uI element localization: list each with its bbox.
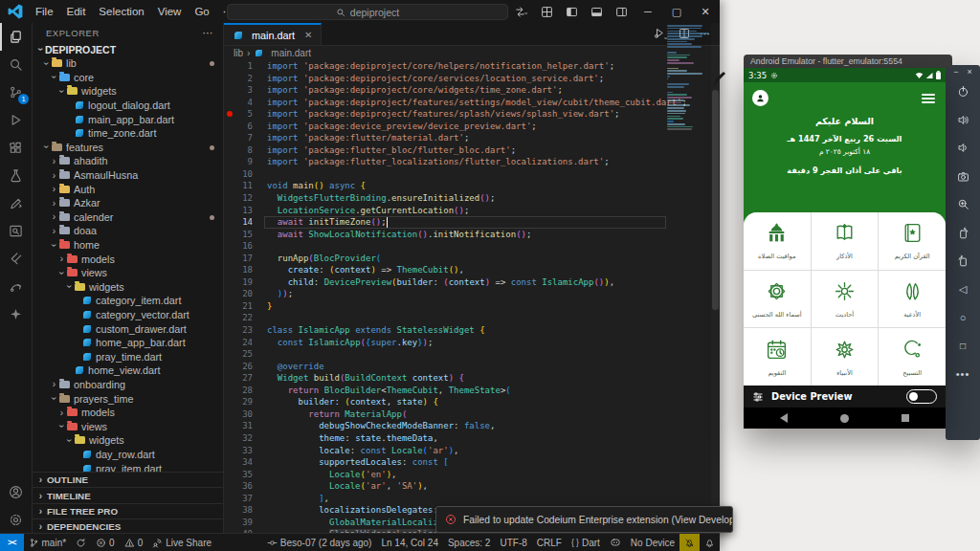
tree-folder[interactable]: ›home xyxy=(33,238,223,253)
editor-scrollbar[interactable] xyxy=(711,23,720,534)
statusbar-copilot[interactable] xyxy=(605,534,626,551)
code-line[interactable]: 7import 'package:flutter/material.dart'; xyxy=(224,132,720,144)
statusbar-branch[interactable]: main* xyxy=(24,534,72,551)
tree-file[interactable]: pray_time.dart xyxy=(33,349,223,364)
activity-extensions-icon[interactable] xyxy=(0,134,32,162)
activity-search-panel-icon[interactable] xyxy=(0,217,32,245)
statusbar-commit[interactable]: Beso-07 (2 days ago) xyxy=(262,534,377,551)
code-line[interactable]: 32 theme: state.themeData, xyxy=(224,432,720,445)
tree-file[interactable]: custom_drawer.dart xyxy=(33,321,223,336)
statusbar-ln-14-col-24[interactable]: Ln 14, Col 24 xyxy=(376,534,443,551)
tree-folder[interactable]: ›calender xyxy=(33,210,223,225)
activity-settings-icon[interactable] xyxy=(0,506,32,534)
code-line[interactable]: 35 Locale('en'), xyxy=(224,469,720,481)
tree-folder[interactable]: ›Azkar xyxy=(33,196,223,210)
category-book[interactable]: الأذكار xyxy=(812,212,879,270)
activity-flutter-icon[interactable] xyxy=(0,245,32,273)
tree-file[interactable]: time_zone.dart xyxy=(33,126,223,141)
section-dependencies[interactable]: ›DEPENDENCIES xyxy=(33,518,223,534)
toggle-panel-icon[interactable] xyxy=(584,0,609,23)
code-line[interactable]: 14 await initTimeZone(); xyxy=(224,216,720,229)
statusbar-no-device[interactable]: No Device xyxy=(626,534,679,551)
code-line[interactable]: 5import 'package:depiproject/features/sp… xyxy=(224,108,720,121)
menu-edit[interactable]: Edit xyxy=(60,6,93,17)
tree-folder[interactable]: ›features xyxy=(33,141,223,155)
code-line[interactable]: 26 @override xyxy=(224,361,720,373)
statusbar-bell[interactable] xyxy=(700,534,720,551)
category-quran[interactable]: القرآن الكريم xyxy=(879,212,946,270)
code-editor[interactable]: 1import 'package:depiproject/core/helper… xyxy=(224,60,720,534)
statusbar-braces[interactable]: { }Dart xyxy=(567,534,605,551)
panel-vol-up-icon[interactable] xyxy=(957,106,969,135)
tree-folder[interactable]: ›views xyxy=(33,266,223,280)
menu-file[interactable]: File xyxy=(29,6,60,17)
category-pattern[interactable]: أحاديث xyxy=(812,271,879,328)
category-calendar[interactable]: التقويم xyxy=(744,328,811,386)
remote-indicator[interactable]: >< xyxy=(0,534,24,551)
category-rosette[interactable]: أسماء الله الحسنى xyxy=(744,271,811,328)
panel-rotate-right-icon[interactable] xyxy=(957,247,969,276)
code-line[interactable]: 24 const IslamicApp({super.key}); xyxy=(224,337,720,349)
panel-rotate-left-icon[interactable] xyxy=(957,219,969,248)
code-line[interactable]: 17 runApp(BlocProvider( xyxy=(224,253,720,265)
code-line[interactable]: 28 return BlocBuilder<ThemeCubit, ThemeS… xyxy=(224,385,720,397)
tree-folder[interactable]: ›lib xyxy=(33,56,223,71)
statusbar-sync[interactable] xyxy=(71,534,91,551)
code-line[interactable]: 34 supportedLocales: const [ xyxy=(224,456,720,469)
minimap[interactable] xyxy=(667,25,709,131)
tree-folder[interactable]: ›doaa xyxy=(33,224,223,238)
menu-view[interactable]: View xyxy=(151,6,189,17)
explorer-more-icon[interactable]: ⋯ xyxy=(203,27,214,39)
code-line[interactable]: 21} xyxy=(224,300,720,313)
activity-explorer-icon[interactable] xyxy=(0,23,32,51)
open-changes-icon[interactable]: ⌄ xyxy=(509,0,534,23)
tab-close-icon[interactable]: ✕ xyxy=(304,30,312,40)
tree-file[interactable]: pray_item.dart xyxy=(33,461,223,472)
window-maximize-button[interactable]: ▢ xyxy=(662,0,691,23)
sliders-icon[interactable] xyxy=(752,391,764,403)
tree-folder[interactable]: ›AsmaulHusna xyxy=(33,168,223,183)
tree-file[interactable]: home_view.dart xyxy=(33,364,223,378)
code-line[interactable]: 15 await ShowLocalNotification().initNot… xyxy=(224,229,720,241)
statusbar-codeium-off[interactable] xyxy=(679,534,700,551)
tree-folder[interactable]: ›prayers_time xyxy=(33,391,223,406)
code-line[interactable]: 9import 'package:flutter_localizations/f… xyxy=(224,156,720,168)
activity-testing-icon[interactable] xyxy=(0,162,32,189)
menu-go[interactable]: Go xyxy=(188,6,215,17)
tree-folder[interactable]: ›widgets xyxy=(33,280,223,295)
menu-hamburger-icon[interactable] xyxy=(922,94,935,106)
statusbar-warn[interactable]: 0 xyxy=(120,534,148,551)
window-close-button[interactable]: ✕ xyxy=(691,0,720,23)
statusbar-error[interactable]: 0 xyxy=(91,534,120,551)
code-line[interactable]: 37 ], xyxy=(224,493,720,505)
code-line[interactable]: 6import 'package:device_preview/device_p… xyxy=(224,121,720,133)
activity-source-control-icon[interactable]: 1 xyxy=(0,78,32,106)
code-line[interactable]: 4import 'package:depiproject/features/se… xyxy=(224,97,720,109)
tree-folder[interactable]: ›ahadith xyxy=(33,154,223,168)
code-line[interactable]: 13 LocationService.getCurrentLocation(); xyxy=(224,205,720,217)
code-line[interactable]: 18 create: (context) => ThemeCubit(), xyxy=(224,264,720,276)
code-line[interactable]: 16 xyxy=(224,240,720,253)
code-line[interactable]: 8import 'package:flutter_bloc/flutter_bl… xyxy=(224,144,720,157)
tree-folder[interactable]: ›views xyxy=(33,419,223,433)
breadcrumb[interactable]: lib› main.dart xyxy=(224,45,720,60)
code-line[interactable]: 23class IslamicApp extends StatelessWidg… xyxy=(224,324,720,337)
emulator-window-title[interactable]: Android Emulator - flutter_emulator:5554 xyxy=(744,55,952,68)
code-line[interactable]: 36 Locale('ar', 'SA'), xyxy=(224,480,720,493)
activity-swoosh-icon[interactable] xyxy=(0,273,32,300)
activity-run-debug-icon[interactable] xyxy=(0,106,32,134)
panel-more-icon[interactable]: ••• xyxy=(956,360,970,388)
panel-power-icon[interactable] xyxy=(957,77,969,106)
tree-folder[interactable]: ›Auth xyxy=(33,182,223,196)
command-center-search[interactable]: depiproject xyxy=(227,4,508,20)
code-line[interactable]: 11void main() async { xyxy=(224,180,720,192)
activity-account-icon[interactable] xyxy=(0,478,32,506)
category-star8[interactable]: الأنبياء xyxy=(812,328,879,386)
tree-folder[interactable]: ›models xyxy=(33,406,223,420)
panel-home-icon[interactable]: ○ xyxy=(960,303,967,332)
panel-camera-icon[interactable] xyxy=(957,163,969,191)
tree-root[interactable]: › DEPIPROJECT xyxy=(33,42,223,56)
code-line[interactable]: 27 Widget build(BuildContext context) { xyxy=(224,372,720,385)
activity-pen-icon[interactable] xyxy=(0,189,32,217)
tree-folder[interactable]: ›widgets xyxy=(33,84,223,99)
